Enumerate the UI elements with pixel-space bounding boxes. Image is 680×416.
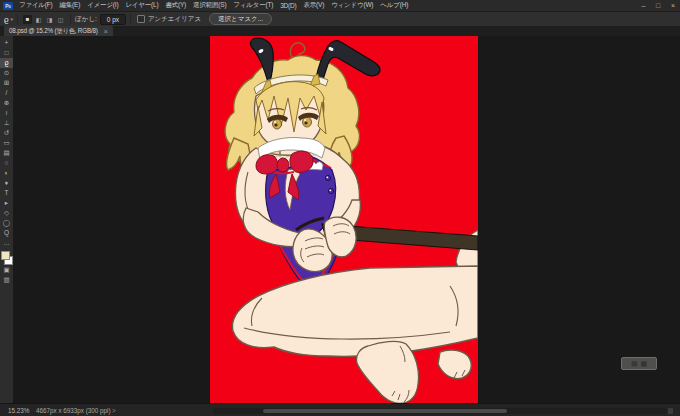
menu-layer[interactable]: レイヤー(L) [125,1,158,10]
gradient-tool[interactable]: ▤ [0,148,13,158]
blur-tool[interactable]: ○ [0,158,13,168]
document-tab-title: 08.psd @ 15.2% (塗り色, RGB/8) [9,27,98,36]
color-swatches [0,250,13,265]
document-tab[interactable]: 08.psd @ 15.2% (塗り色, RGB/8) × [4,26,113,36]
scrollbar-corner [668,408,673,414]
zoom-tool[interactable]: Q [0,228,13,238]
move-tool[interactable]: + [0,38,13,48]
menu-image[interactable]: イメージ(I) [87,1,118,10]
status-chevron-icon[interactable]: > [112,407,116,414]
tool-preset-picker[interactable]: ϱ ▾ [4,15,13,24]
brush-tool[interactable]: ≀ [0,108,13,118]
hand-tool[interactable]: ◯ [0,218,13,228]
bunny-girl-illustration [210,36,478,404]
divider [70,14,71,24]
document-tab-bar: 08.psd @ 15.2% (塗り色, RGB/8) × [0,26,680,36]
menu-view[interactable]: 表示(V) [304,1,325,10]
pen-tool[interactable]: ♦ [0,178,13,188]
antialias-checkbox[interactable] [137,15,145,23]
lasso-tool[interactable]: ϱ [0,58,13,68]
spot-healing-tool[interactable]: ⊕ [0,98,13,108]
collapsed-panel-pill[interactable]: ▤ ▦ [621,357,657,370]
path-selection-tool[interactable]: ▸ [0,198,13,208]
intersect-selection-button[interactable]: ◫ [56,15,65,24]
divider [130,14,131,24]
maximize-button[interactable]: □ [656,2,660,9]
menu-bar: Ps ファイル(F) 編集(E) イメージ(I) レイヤー(L) 書式(Y) 選… [0,0,680,12]
antialias-label: アンチエイリアス [148,15,201,24]
foreground-color-swatch[interactable] [1,251,10,260]
clone-stamp-tool[interactable]: ⊥ [0,118,13,128]
horizontal-scrollbar-track[interactable] [213,408,667,414]
menu-3d[interactable]: 3D(D) [280,2,296,9]
tools-panel: + □ ϱ ⊙ ⊞ / ⊕ ≀ ⊥ ↺ ▭ ▤ ○ ◐ ♦ T ▸ ◇ ◯ Q … [0,36,14,403]
window-controls: – □ × [641,0,675,11]
menu-window[interactable]: ウィンドウ(W) [331,1,373,10]
menu-file[interactable]: ファイル(F) [19,1,53,10]
crop-tool[interactable]: ⊞ [0,78,13,88]
menu-help[interactable]: ヘルプ(H) [380,1,408,10]
menu-filter[interactable]: フィルター(T) [233,1,273,10]
feather-label: ぼかし: [75,15,97,24]
eraser-tool[interactable]: ▭ [0,138,13,148]
chevron-down-icon: ▾ [11,16,14,22]
feather-input[interactable]: 0 px [100,14,126,25]
panel-icon: ▤ [631,358,638,369]
divider [17,14,18,24]
tab-close-icon[interactable]: × [104,28,108,35]
new-selection-button[interactable]: ■ [23,15,32,24]
shape-tool[interactable]: ◇ [0,208,13,218]
quick-mask-button[interactable]: ▣ [0,265,13,275]
screen-mode-button[interactable]: ▥ [0,275,13,285]
object-selection-tool[interactable]: ⊙ [0,68,13,78]
tool-options-bar: ϱ ▾ ■ ◧ ◨ ◫ ぼかし: 0 px アンチエイリアス 選択とマスク... [0,12,680,27]
subtract-from-selection-button[interactable]: ◨ [45,15,54,24]
select-and-mask-button[interactable]: 選択とマスク... [209,13,272,25]
photoshop-logo-icon[interactable]: Ps [3,2,13,10]
document-dimensions: 4667px x 6933px (300 ppi) [36,407,111,414]
menu-edit[interactable]: 編集(E) [60,1,81,10]
close-button[interactable]: × [671,2,675,9]
status-bar: 15.23% 4667px x 6933px (300 ppi) > [0,403,680,416]
horizontal-scrollbar-thumb[interactable] [263,409,507,413]
minimize-button[interactable]: – [641,2,645,9]
edit-toolbar-button[interactable]: … [0,238,13,248]
eyedropper-tool[interactable]: / [0,88,13,98]
menu-type[interactable]: 書式(Y) [165,1,186,10]
history-brush-tool[interactable]: ↺ [0,128,13,138]
add-to-selection-button[interactable]: ◧ [34,15,43,24]
document-canvas[interactable] [210,36,478,404]
photoshop-window: Ps ファイル(F) 編集(E) イメージ(I) レイヤー(L) 書式(Y) 選… [0,0,680,416]
marquee-tool[interactable]: □ [0,48,13,58]
type-tool[interactable]: T [0,188,13,198]
panel-icon: ▦ [641,358,648,369]
lasso-tool-icon: ϱ [4,15,9,24]
zoom-level-field[interactable]: 15.23% [8,407,29,414]
dodge-tool[interactable]: ◐ [0,168,13,178]
menu-select[interactable]: 選択範囲(S) [193,1,226,10]
